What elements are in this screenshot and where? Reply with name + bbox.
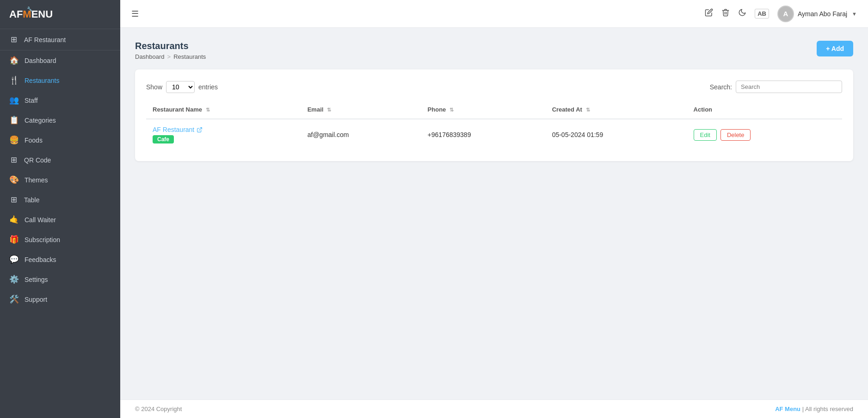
- trash-icon[interactable]: [721, 8, 730, 19]
- sort-icon-email[interactable]: ⇅: [327, 107, 331, 112]
- edit-button[interactable]: Edit: [694, 129, 717, 141]
- breadcrumb-home[interactable]: Dashboard: [135, 53, 165, 60]
- table-controls: Show 10 25 50 100 entries Search:: [146, 81, 842, 93]
- page-header: Restaurants Dashboard > Restaurants + Ad…: [135, 41, 853, 60]
- sidebar-item-label: Table: [24, 196, 39, 204]
- subscription-icon: 🎁: [9, 235, 19, 244]
- footer: © 2024 Copyright AF Menu | All rights re…: [120, 399, 868, 418]
- staff-icon: 👥: [9, 95, 19, 105]
- language-icon[interactable]: AB: [755, 9, 769, 19]
- header-left: ☰: [131, 9, 139, 19]
- sidebar-item-foods[interactable]: 🍔 Foods: [0, 130, 120, 150]
- svg-line-0: [199, 127, 202, 130]
- col-phone: Phone ⇅: [421, 100, 546, 119]
- footer-brand-wrap: AF Menu | All rights reserved: [775, 406, 853, 412]
- col-restaurant-name: Restaurant Name ⇅: [146, 100, 301, 119]
- sidebar-item-table[interactable]: ⊞ Table: [0, 190, 120, 210]
- page-content: Restaurants Dashboard > Restaurants + Ad…: [120, 28, 868, 399]
- footer-brand: AF Menu: [775, 406, 800, 412]
- sidebar-item-staff[interactable]: 👥 Staff: [0, 90, 120, 110]
- header: ☰ AB A Ayman Abo Faraj ▼: [120, 0, 868, 28]
- settings-icon: ⚙️: [9, 275, 19, 284]
- sidebar-item-label: Dashboard: [25, 57, 56, 64]
- cell-phone: +96176839389: [421, 119, 546, 150]
- sidebar-item-call-waiter[interactable]: 🤙 Call Waiter: [0, 210, 120, 230]
- sidebar-item-label: Subscription: [25, 236, 60, 243]
- sidebar-item-support[interactable]: 🛠️ Support: [0, 289, 120, 309]
- sidebar-item-qrcode[interactable]: ⊞ QR Code: [0, 150, 120, 170]
- main-content: ☰ AB A Ayman Abo Faraj ▼: [120, 0, 868, 418]
- call-waiter-icon: 🤙: [9, 215, 19, 225]
- sort-icon-created[interactable]: ⇅: [586, 107, 590, 112]
- search-wrap: Search:: [710, 81, 842, 93]
- entries-label: entries: [198, 83, 218, 91]
- cell-email: af@gmail.com: [301, 119, 421, 150]
- sidebar-item-label: Call Waiter: [25, 216, 56, 224]
- moon-icon[interactable]: [738, 8, 746, 19]
- sidebar-item-restaurants[interactable]: 🍴 Restaurants: [0, 70, 120, 90]
- col-action: Action: [687, 100, 842, 119]
- sidebar-item-settings[interactable]: ⚙️ Settings: [0, 269, 120, 289]
- search-label: Search:: [710, 83, 732, 91]
- show-entries: Show 10 25 50 100 entries: [146, 81, 218, 93]
- restaurant-icon: ⊞: [9, 35, 18, 44]
- foods-icon: 🍔: [9, 135, 19, 145]
- sidebar-restaurant-label: AF Restaurant: [24, 36, 66, 44]
- external-link-icon: [197, 127, 203, 133]
- sidebar-item-label: Categories: [25, 117, 56, 124]
- restaurants-card: Show 10 25 50 100 entries Search:: [135, 69, 853, 161]
- sidebar-item-dashboard[interactable]: 🏠 Dashboard: [0, 50, 120, 70]
- delete-button[interactable]: Delete: [720, 129, 751, 141]
- sidebar-restaurant-item[interactable]: ⊞ AF Restaurant: [0, 29, 120, 50]
- sidebar-item-label: Support: [25, 296, 47, 303]
- sidebar-item-label: Themes: [25, 176, 48, 184]
- edit-icon[interactable]: [705, 8, 713, 19]
- search-input[interactable]: [736, 81, 842, 93]
- show-label: Show: [146, 83, 162, 91]
- sidebar-item-label: Feedbacks: [25, 256, 56, 263]
- sidebar-logo: AFM🔧ENU: [0, 0, 120, 29]
- sidebar-item-label: Restaurants: [25, 77, 59, 84]
- sidebar-item-themes[interactable]: 🎨 Themes: [0, 170, 120, 190]
- entries-select[interactable]: 10 25 50 100: [166, 81, 195, 93]
- cell-action: Edit Delete: [687, 119, 842, 150]
- qrcode-icon: ⊞: [9, 155, 18, 165]
- copyright: © 2024 Copyright: [135, 406, 182, 412]
- breadcrumb-current: Restaurants: [173, 53, 206, 60]
- sidebar-item-label: Settings: [25, 276, 48, 283]
- page-title-section: Restaurants Dashboard > Restaurants: [135, 41, 206, 60]
- user-profile[interactable]: A Ayman Abo Faraj ▼: [777, 6, 857, 22]
- menu-toggle-icon[interactable]: ☰: [131, 9, 139, 19]
- sort-icon-name[interactable]: ⇅: [206, 107, 210, 112]
- user-name: Ayman Abo Faraj: [798, 10, 847, 18]
- table-header-row: Restaurant Name ⇅ Email ⇅ Phone ⇅ Crea: [146, 100, 842, 119]
- sidebar-item-categories[interactable]: 📋 Categories: [0, 110, 120, 130]
- restaurants-table: Restaurant Name ⇅ Email ⇅ Phone ⇅ Crea: [146, 100, 842, 150]
- cell-created-at: 05-05-2024 01:59: [546, 119, 687, 150]
- sidebar-item-label: QR Code: [24, 156, 51, 164]
- add-button[interactable]: + Add: [817, 41, 853, 56]
- col-email: Email ⇅: [301, 100, 421, 119]
- col-created-at: Created At ⇅: [546, 100, 687, 119]
- restaurants-icon: 🍴: [9, 75, 19, 85]
- breadcrumb-separator: >: [167, 53, 171, 60]
- restaurant-badge: Cafe: [153, 135, 174, 143]
- restaurant-name-link[interactable]: AF Restaurant: [153, 126, 203, 133]
- breadcrumb: Dashboard > Restaurants: [135, 53, 206, 60]
- chevron-down-icon: ▼: [852, 11, 857, 17]
- themes-icon: 🎨: [9, 175, 19, 185]
- sidebar-item-label: Staff: [25, 97, 38, 104]
- sidebar: AFM🔧ENU ⊞ AF Restaurant 🏠 Dashboard 🍴 Re…: [0, 0, 120, 418]
- sidebar-item-subscription[interactable]: 🎁 Subscription: [0, 230, 120, 250]
- categories-icon: 📋: [9, 115, 19, 125]
- sidebar-item-label: Foods: [25, 137, 43, 144]
- header-right: AB A Ayman Abo Faraj ▼: [705, 6, 857, 22]
- cell-restaurant-name: AF Restaurant Cafe: [146, 119, 301, 150]
- sort-icon-phone[interactable]: ⇅: [449, 107, 454, 112]
- dashboard-icon: 🏠: [9, 56, 19, 65]
- sidebar-item-feedbacks[interactable]: 💬 Feedbacks: [0, 250, 120, 269]
- avatar: A: [777, 6, 794, 22]
- table-icon: ⊞: [9, 195, 18, 205]
- table-row: AF Restaurant Cafe af@gmail.com +9617683…: [146, 119, 842, 150]
- page-title: Restaurants: [135, 41, 206, 51]
